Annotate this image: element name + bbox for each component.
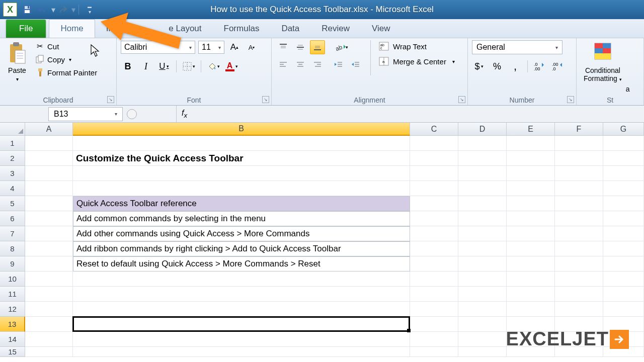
- cell[interactable]: [25, 211, 73, 226]
- cell[interactable]: [410, 226, 458, 241]
- comma-format-button[interactable]: ,: [508, 59, 522, 73]
- row-header[interactable]: 4: [0, 181, 25, 196]
- cell[interactable]: [410, 332, 458, 347]
- cell[interactable]: [458, 181, 507, 196]
- cell[interactable]: [410, 347, 458, 357]
- row-header[interactable]: 8: [0, 241, 25, 256]
- select-all-corner[interactable]: [0, 123, 25, 136]
- cell-B5[interactable]: Quick Access Toolbar reference: [73, 196, 410, 211]
- align-left--  [interactable]: [276, 57, 291, 71]
- redo-icon[interactable]: [56, 4, 68, 16]
- cell[interactable]: [410, 302, 458, 317]
- clipboard-launcher-icon[interactable]: ↘: [107, 96, 114, 103]
- cell[interactable]: [25, 136, 73, 151]
- cut-button[interactable]: ✂Cut: [33, 41, 99, 51]
- number-format-dropdown[interactable]: General▾: [472, 40, 562, 54]
- fx-icon[interactable]: fx: [176, 106, 192, 122]
- row-header[interactable]: 10: [0, 272, 25, 287]
- underline-button[interactable]: U▾: [157, 59, 171, 73]
- cell[interactable]: [458, 136, 507, 151]
- cell[interactable]: [507, 302, 555, 317]
- cell[interactable]: [25, 151, 73, 166]
- col-header-D[interactable]: D: [458, 123, 507, 136]
- font-launcher-icon[interactable]: ↘: [262, 96, 269, 103]
- cell[interactable]: [555, 241, 603, 256]
- cell[interactable]: [458, 347, 507, 357]
- cell[interactable]: [458, 332, 507, 347]
- cell[interactable]: [25, 196, 73, 211]
- qat-dropdown-icon[interactable]: ▾: [51, 4, 53, 16]
- file-tab[interactable]: File: [6, 20, 46, 38]
- cell[interactable]: [410, 241, 458, 256]
- row-header[interactable]: 14: [0, 332, 25, 347]
- name-box[interactable]: B13▾: [48, 107, 123, 121]
- fill-color-button[interactable]: ▾: [206, 59, 220, 73]
- cell[interactable]: [555, 196, 603, 211]
- cell[interactable]: [458, 151, 507, 166]
- align-middle-button[interactable]: [293, 40, 308, 54]
- cell[interactable]: [603, 226, 644, 241]
- merge-center-button[interactable]: aMerge & Center▾: [376, 55, 458, 67]
- cell[interactable]: [555, 226, 603, 241]
- home-tab[interactable]: Home: [49, 19, 95, 38]
- number-launcher-icon[interactable]: ↘: [567, 96, 574, 103]
- col-header-A[interactable]: A: [25, 123, 73, 136]
- cell[interactable]: [507, 256, 555, 272]
- cell[interactable]: [25, 317, 73, 332]
- formula-input[interactable]: [192, 107, 644, 122]
- data-tab[interactable]: Data: [270, 20, 310, 38]
- row-header[interactable]: 9: [0, 256, 25, 272]
- cancel-icon[interactable]: [127, 109, 137, 119]
- increase-decimal-button[interactable]: .0.00: [533, 59, 547, 73]
- increase-font-icon[interactable]: A▴: [227, 40, 242, 54]
- row-header[interactable]: 7: [0, 226, 25, 241]
- cell[interactable]: [603, 181, 644, 196]
- row-header[interactable]: 5: [0, 196, 25, 211]
- col-header-F[interactable]: F: [555, 123, 603, 136]
- cell[interactable]: [410, 256, 458, 272]
- decrease-font-icon[interactable]: A▾: [245, 40, 259, 54]
- italic-button[interactable]: I: [139, 59, 153, 73]
- alignment-launcher-icon[interactable]: ↘: [458, 96, 465, 103]
- cell[interactable]: [73, 302, 410, 317]
- qat-dropdown2-icon[interactable]: ▾: [71, 4, 73, 16]
- decrease-indent-button[interactable]: [331, 57, 346, 71]
- cell[interactable]: [73, 136, 410, 151]
- cell[interactable]: [507, 287, 555, 302]
- cell[interactable]: [410, 181, 458, 196]
- cell[interactable]: [507, 226, 555, 241]
- cell[interactable]: [73, 332, 410, 347]
- cell[interactable]: [507, 136, 555, 151]
- cell[interactable]: [458, 256, 507, 272]
- cell[interactable]: [603, 302, 644, 317]
- undo-icon[interactable]: [36, 4, 48, 16]
- cell[interactable]: [555, 302, 603, 317]
- cell-B8[interactable]: Add ribbon commands by right clicking > …: [73, 241, 410, 256]
- cell[interactable]: [410, 211, 458, 226]
- cell[interactable]: [410, 287, 458, 302]
- cell[interactable]: [555, 181, 603, 196]
- view-tab[interactable]: View: [361, 20, 401, 38]
- cell[interactable]: [73, 272, 410, 287]
- row-header[interactable]: 3: [0, 166, 25, 181]
- align-bottom-button[interactable]: [310, 40, 325, 54]
- row-header[interactable]: 13: [0, 317, 25, 332]
- cell[interactable]: [555, 287, 603, 302]
- review-tab[interactable]: Review: [310, 20, 361, 38]
- cell[interactable]: [458, 317, 507, 332]
- cell[interactable]: [555, 166, 603, 181]
- cell[interactable]: [410, 196, 458, 211]
- cell[interactable]: [507, 211, 555, 226]
- cell[interactable]: [555, 211, 603, 226]
- align-center-button[interactable]: [293, 57, 308, 71]
- row-header[interactable]: 6: [0, 211, 25, 226]
- col-header-E[interactable]: E: [507, 123, 555, 136]
- cell[interactable]: [25, 166, 73, 181]
- accounting-format-button[interactable]: $▾: [472, 59, 486, 73]
- cell[interactable]: [603, 196, 644, 211]
- copy-button[interactable]: Copy ▾: [33, 54, 99, 64]
- cell[interactable]: [603, 151, 644, 166]
- formulas-tab[interactable]: Formulas: [213, 20, 271, 38]
- cell[interactable]: [25, 287, 73, 302]
- customize-qat-icon[interactable]: ▬▾: [84, 4, 96, 16]
